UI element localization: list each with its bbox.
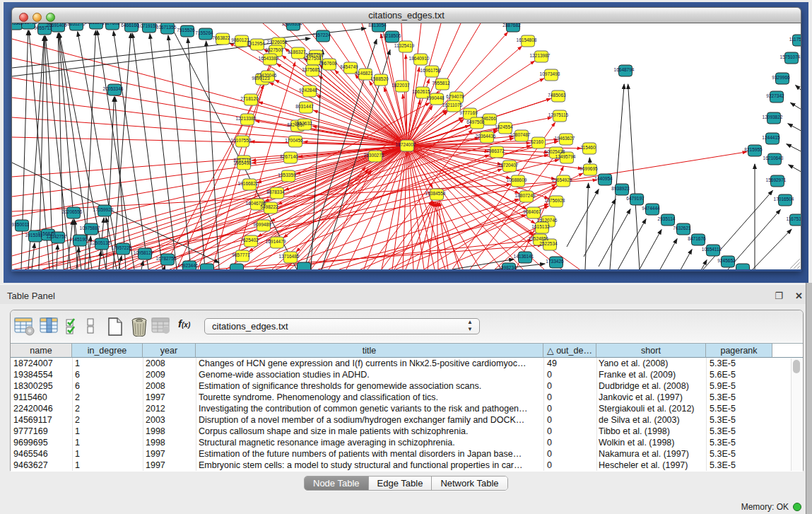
- svg-text:9474444: 9474444: [642, 206, 660, 211]
- svg-text:16154808: 16154808: [517, 37, 537, 42]
- svg-text:7625402: 7625402: [240, 238, 259, 243]
- svg-text:8938923: 8938923: [611, 186, 630, 191]
- svg-text:9084067: 9084067: [523, 209, 541, 214]
- svg-text:12093822: 12093822: [763, 115, 783, 119]
- svg-text:8031447: 8031447: [295, 104, 314, 109]
- svg-text:7663822: 7663822: [212, 35, 230, 40]
- svg-text:16120746: 16120746: [537, 218, 558, 223]
- svg-text:2935114: 2935114: [658, 216, 676, 221]
- svg-text:16782759: 16782759: [156, 256, 177, 261]
- svg-text:16210643: 16210643: [763, 156, 784, 160]
- svg-text:9827500: 9827500: [265, 47, 283, 52]
- svg-text:16914479: 16914479: [266, 239, 286, 244]
- svg-text:20364436: 20364436: [476, 134, 496, 139]
- svg-text:2887682: 2887682: [502, 23, 521, 28]
- svg-text:10923446: 10923446: [178, 263, 199, 268]
- svg-text:19218506: 19218506: [381, 33, 401, 38]
- svg-text:10025438: 10025438: [545, 149, 565, 154]
- svg-text:1353359: 1353359: [278, 173, 296, 177]
- svg-text:10654112: 10654112: [702, 247, 722, 252]
- svg-text:16211075: 16211075: [442, 103, 463, 107]
- svg-text:8878334: 8878334: [266, 189, 285, 194]
- svg-text:8471676: 8471676: [688, 236, 706, 241]
- svg-text:12505135: 12505135: [90, 240, 111, 245]
- svg-text:8454749: 8454749: [340, 64, 358, 69]
- svg-text:8186327: 8186327: [288, 49, 306, 54]
- svg-text:6479197: 6479197: [626, 196, 645, 201]
- svg-text:8912954: 8912954: [247, 41, 265, 46]
- svg-text:7552632: 7552632: [294, 121, 312, 126]
- svg-text:6794078: 6794078: [446, 94, 464, 99]
- svg-text:19384554: 19384554: [425, 191, 446, 196]
- svg-text:1700456: 1700456: [285, 138, 303, 143]
- svg-text:115460: 115460: [580, 145, 596, 150]
- svg-text:9245652: 9245652: [717, 258, 736, 263]
- svg-text:10975887: 10975887: [80, 226, 100, 230]
- svg-text:19463627: 19463627: [555, 136, 575, 141]
- svg-text:10719155: 10719155: [138, 23, 158, 28]
- svg-text:7632621: 7632621: [673, 226, 691, 230]
- svg-text:8813054: 8813054: [368, 23, 387, 28]
- svg-text:1562615: 1562615: [412, 89, 430, 94]
- svg-text:1527602: 1527602: [102, 23, 120, 25]
- svg-text:15692971: 15692971: [766, 177, 787, 182]
- svg-text:9699695: 9699695: [579, 166, 598, 171]
- svg-text:9350011: 9350011: [12, 222, 30, 227]
- svg-text:1167533: 1167533: [787, 216, 801, 221]
- svg-text:12213987: 12213987: [530, 53, 551, 58]
- svg-text:746266: 746266: [481, 116, 496, 121]
- svg-text:8215955: 8215955: [744, 147, 763, 152]
- svg-text:23420046: 23420046: [257, 73, 277, 78]
- svg-text:10958127: 10958127: [134, 250, 154, 255]
- svg-text:9857771: 9857771: [232, 252, 250, 257]
- svg-text:1244415: 1244415: [762, 135, 780, 140]
- svg-text:7357224: 7357224: [312, 33, 331, 37]
- svg-text:12213383: 12213383: [236, 116, 257, 121]
- svg-text:1615132: 1615132: [531, 224, 550, 229]
- svg-text:14136141: 14136141: [514, 254, 534, 259]
- svg-text:1822037: 1822037: [392, 83, 410, 88]
- svg-text:1598234: 1598234: [498, 265, 517, 269]
- svg-text:6466160: 6466160: [121, 23, 139, 28]
- svg-text:20206556: 20206556: [62, 209, 83, 214]
- svg-text:19166822: 19166822: [238, 181, 259, 186]
- svg-text:25300273: 25300273: [364, 153, 384, 158]
- svg-text:8267140: 8267140: [280, 154, 298, 159]
- svg-text:16543382: 16543382: [259, 56, 279, 61]
- svg-text:10688609: 10688609: [507, 177, 527, 182]
- svg-text:20053346: 20053346: [103, 86, 124, 91]
- svg-text:12342757: 12342757: [47, 234, 67, 239]
- svg-text:7955812: 7955812: [432, 81, 450, 86]
- svg-text:1965498: 1965498: [233, 160, 252, 165]
- svg-text:19756928: 19756928: [545, 198, 565, 203]
- svg-text:1145190: 1145190: [70, 237, 88, 242]
- svg-text:17957225: 17957225: [112, 245, 132, 250]
- svg-text:7155264: 7155264: [195, 30, 213, 35]
- svg-text:3375685: 3375685: [302, 67, 320, 72]
- svg-text:18609334: 18609334: [282, 23, 302, 26]
- svg-text:7515526: 7515526: [177, 28, 195, 33]
- svg-text:18640910: 18640910: [409, 56, 430, 61]
- svg-text:12975115: 12975115: [548, 112, 569, 117]
- svg-text:9329966: 9329966: [772, 75, 790, 80]
- svg-text:1588520: 1588520: [370, 76, 389, 81]
- svg-text:17016504: 17016504: [774, 197, 794, 201]
- svg-text:2522534: 2522534: [539, 241, 558, 246]
- svg-text:1990448: 1990448: [426, 95, 445, 100]
- svg-text:62160: 62160: [531, 139, 543, 144]
- svg-text:7986372: 7986372: [486, 148, 505, 153]
- svg-text:13716485: 13716485: [279, 254, 300, 259]
- svg-text:17359928: 17359928: [93, 207, 114, 212]
- svg-text:9099489: 9099489: [253, 222, 271, 227]
- svg-text:2718120: 2718120: [240, 96, 259, 101]
- svg-text:20691406: 20691406: [47, 23, 67, 28]
- svg-text:18807249: 18807249: [515, 193, 536, 198]
- svg-text:1733426: 1733426: [546, 259, 564, 264]
- svg-text:9227342: 9227342: [766, 93, 784, 98]
- svg-text:5498222: 5498222: [260, 204, 278, 209]
- svg-text:7485063: 7485063: [548, 93, 566, 98]
- svg-text:9327508: 9327508: [303, 56, 322, 61]
- svg-text:1117510: 1117510: [789, 37, 801, 42]
- svg-text:2967608: 2967608: [319, 61, 337, 66]
- svg-text:1824554: 1824554: [495, 124, 513, 129]
